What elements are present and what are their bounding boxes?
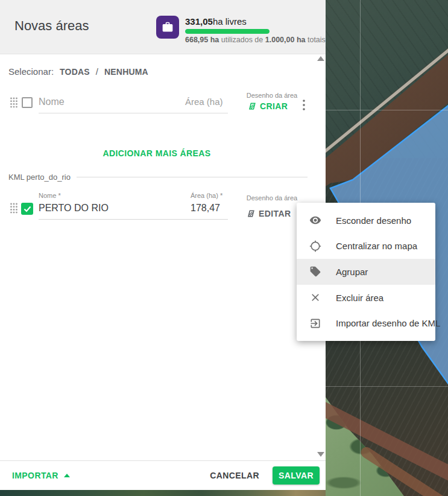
menu-item-label: Esconder desenho [336,215,411,226]
name-placeholder: Nome [39,97,65,107]
map-gridline [326,386,448,387]
name-value: PERTO DO RIO [39,203,109,213]
menu-item-hide-drawing[interactable]: Esconder desenho [297,208,435,234]
menu-item-delete-area[interactable]: Excluir área [297,285,435,311]
scroll-down-arrow[interactable] [317,452,324,457]
selection-separator: / [96,66,98,77]
import-button[interactable]: IMPORTAR [12,471,70,480]
menu-item-group[interactable]: Agrupar [297,259,435,285]
free-hectares-value: 331,05 [185,16,213,27]
menu-item-label: Centralizar no mapa [336,241,417,251]
close-icon [309,291,321,304]
tag-icon [309,265,321,278]
import-label: IMPORTAR [12,471,58,480]
crosshair-icon [309,240,321,252]
edit-drawing-button[interactable]: EDITAR [246,209,291,218]
menu-item-label: Agrupar [336,267,368,277]
area-checkbox-checked[interactable] [21,203,33,215]
drawing-label: Desenho da área [239,194,305,202]
checkmark-icon [24,206,31,212]
selection-label: Selecionar: [8,66,54,77]
new-areas-panel: Novas áreas 331,05ha livres 668,95 ha ut… [0,0,326,490]
area-ha-value: 178,47 [191,203,220,213]
page-title: Novas áreas [14,18,89,34]
menu-item-center-on-map[interactable]: Centralizar no mapa [297,234,435,259]
menu-item-label: Importar desenho de KML [336,318,440,328]
add-more-areas-button[interactable]: ADICIONAR MAIS ÁREAS [0,148,314,158]
chevron-up-icon [64,474,70,477]
area-ha-input[interactable]: Área (ha) [185,97,228,113]
free-hectares-suffix: ha livres [213,16,247,27]
selection-row: Selecionar: TODAS / NENHUMA [8,66,148,77]
cancel-button[interactable]: CANCELAR [210,471,259,480]
briefcase-icon [156,16,179,39]
menu-item-import-kml-drawing[interactable]: Importar desenho de KML [297,310,435,336]
used-hectares-text: 668,95 ha utilizados de 1.000,00 ha tota… [185,36,326,44]
scroll-up-arrow[interactable] [317,56,324,61]
panel-header: Novas áreas 331,05ha livres 668,95 ha ut… [0,0,326,54]
menu-item-label: Excluir área [336,293,383,303]
name-input[interactable]: Nome [39,97,187,113]
polygon-draw-icon [246,209,256,218]
kml-group-divider [77,177,308,177]
area-ha-input-filled[interactable]: 178,47 [185,203,228,220]
drag-handle-icon[interactable] [10,97,18,109]
kml-group-label: KML perto_do_rio [8,173,71,182]
drawing-label: Desenho da área [239,92,305,99]
create-drawing-label: CRIAR [260,101,288,111]
hectares-usage-summary: 331,05ha livres 668,95 ha utilizados de … [185,16,326,44]
create-drawing-button[interactable]: CRIAR [247,101,288,111]
usage-progress-bar [185,29,270,34]
drag-handle-icon[interactable] [10,202,18,214]
eye-icon [309,214,321,226]
name-field-label: Nome * [39,192,61,199]
name-input-filled[interactable]: PERTO DO RIO [39,203,187,220]
row-menu-kebab-icon[interactable] [298,98,310,112]
kml-group-header: KML perto_do_rio [8,173,308,182]
area-context-menu: Esconder desenho Centralizar no mapa Agr… [297,203,435,341]
polygon-draw-icon [247,101,257,111]
area-ha-placeholder: Área (ha) [185,97,223,107]
select-all-link[interactable]: TODAS [60,67,90,77]
select-none-link[interactable]: NENHUMA [104,67,148,77]
edit-drawing-label: EDITAR [259,209,291,218]
save-button[interactable]: SALVAR [273,466,320,485]
area-checkbox-unchecked[interactable] [22,97,33,108]
map-gridline [326,110,448,110]
import-kml-icon [309,317,321,329]
panel-footer: IMPORTAR CANCELAR SALVAR [0,460,326,490]
area-field-label: Área (ha) * [191,192,222,199]
usage-progress-fill [185,29,270,34]
